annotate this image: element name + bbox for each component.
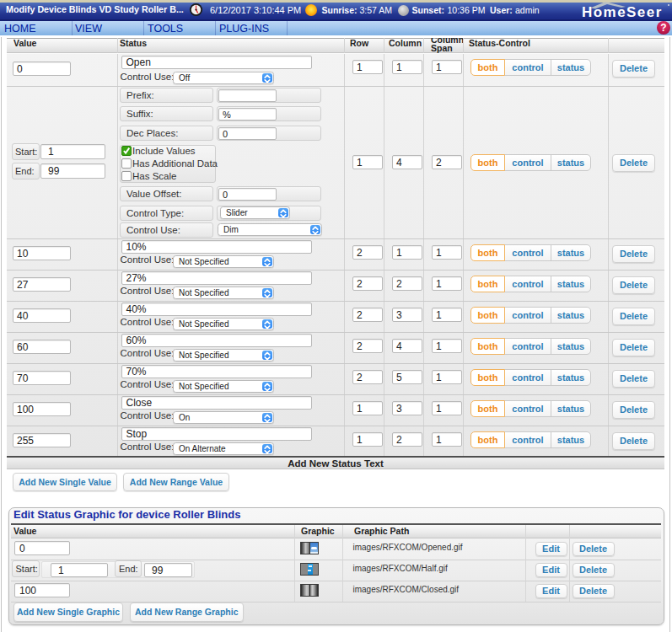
svg-text:HomeSeer: HomeSeer: [582, 4, 663, 19]
